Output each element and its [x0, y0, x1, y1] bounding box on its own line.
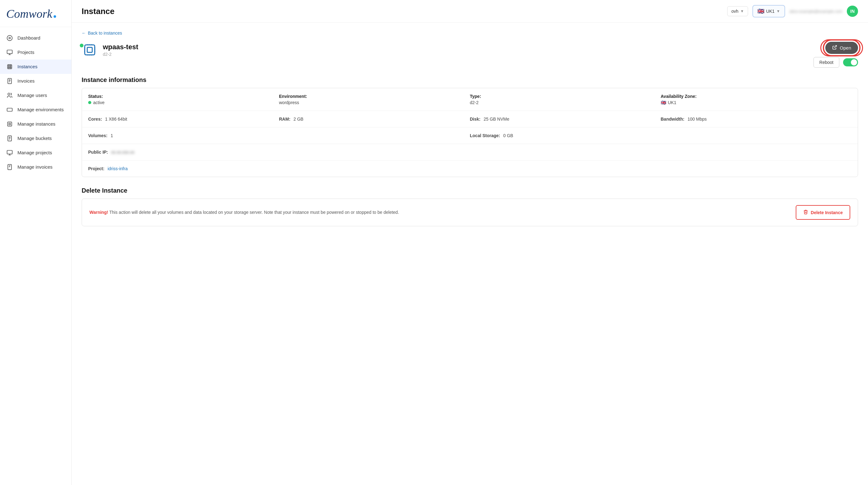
- info-cell-az: Availability Zone: 🇬🇧 UK1: [661, 94, 852, 105]
- instance-info-card: Status: active Environment: wordpress Ty…: [82, 88, 858, 177]
- sidebar-item-dashboard[interactable]: Dashboard: [0, 31, 71, 45]
- logo: Comwork: [0, 0, 71, 27]
- info-cell-type: Type: d2-2: [470, 94, 661, 105]
- svg-rect-13: [85, 45, 95, 55]
- svg-rect-3: [7, 64, 11, 68]
- info-cell-bandwidth: Bandwidth: 100 Mbps: [661, 117, 852, 122]
- manage-instances-icon: [6, 121, 13, 127]
- volumes-value: Volumes: 1: [88, 133, 279, 138]
- sidebar-item-manage-invoices-label: Manage invoices: [18, 164, 53, 170]
- project-value: Project: idriss-infra: [88, 166, 279, 171]
- sidebar-item-manage-projects-label: Manage projects: [18, 150, 52, 155]
- info-row-1: Status: active Environment: wordpress Ty…: [82, 88, 858, 111]
- project-link[interactable]: idriss-infra: [107, 166, 128, 171]
- info-row-5: Project: idriss-infra: [82, 160, 858, 177]
- az-flag-icon: 🇬🇧: [661, 100, 666, 105]
- status-active-dot: [88, 101, 91, 104]
- region-select[interactable]: 🇬🇧 UK1 ▼: [752, 5, 785, 18]
- page-title: Instance: [82, 6, 115, 16]
- cores-value: Cores: 1 X86 64bit: [88, 117, 279, 122]
- info-row-2: Cores: 1 X86 64bit RAM: 2 GB Disk:: [82, 111, 858, 127]
- delete-card: Warning! This action will delete all you…: [82, 199, 858, 226]
- open-button-label: Open: [840, 45, 851, 51]
- svg-point-6: [8, 93, 10, 95]
- svg-point-0: [7, 35, 12, 40]
- info-cell-local-storage: [279, 133, 470, 138]
- svg-rect-8: [7, 122, 11, 126]
- instance-name-block: wpaas-test d2-2: [103, 43, 138, 57]
- instance-chip-icon: [82, 42, 98, 58]
- sidebar-item-manage-invoices[interactable]: Manage invoices: [0, 160, 71, 174]
- open-button[interactable]: Open: [825, 42, 858, 54]
- svg-point-1: [9, 37, 10, 39]
- bandwidth-value: Bandwidth: 100 Mbps: [661, 117, 852, 122]
- sidebar-navigation: Dashboard Projects Instances Invoices Ma: [0, 27, 71, 178]
- reboot-button[interactable]: Reboot: [813, 57, 839, 68]
- svg-line-15: [834, 46, 837, 48]
- local-storage-value: Local Storage: 0 GB: [470, 133, 661, 138]
- sidebar-item-projects[interactable]: Projects: [0, 45, 71, 60]
- type-label: Type:: [470, 94, 661, 99]
- delete-instance-button[interactable]: Delete Instance: [796, 205, 850, 220]
- logo-text: Comwork: [6, 7, 65, 21]
- logo-dot: [54, 15, 56, 18]
- warning-text: Warning! This action will delete all you…: [89, 209, 788, 216]
- region-chevron-icon: ▼: [776, 9, 780, 13]
- manage-invoices-icon: [6, 164, 13, 171]
- manage-users-icon: [6, 92, 13, 99]
- environment-label: Environment:: [279, 94, 470, 99]
- status-label: Status:: [88, 94, 279, 99]
- instances-icon: [6, 63, 13, 70]
- info-cell-placeholder: [661, 133, 852, 138]
- svg-rect-11: [7, 150, 12, 154]
- az-value: 🇬🇧 UK1: [661, 100, 852, 105]
- sidebar-item-manage-projects[interactable]: Manage projects: [0, 146, 71, 160]
- region-label: UK1: [766, 9, 775, 14]
- avatar: IN: [847, 6, 858, 17]
- ram-value: RAM: 2 GB: [279, 117, 470, 122]
- sidebar-item-manage-instances-label: Manage instances: [18, 121, 56, 126]
- action-row: Reboot: [813, 57, 858, 68]
- public-ip-value: Public IP: xx.xx.xxx.xx: [88, 150, 279, 155]
- open-button-wrapper: Open: [825, 42, 858, 54]
- sidebar-item-manage-environments-label: Manage environments: [18, 107, 64, 112]
- header-right: ovh ▼ 🇬🇧 UK1 ▼ alice.example@example.com…: [727, 5, 858, 18]
- sidebar-item-dashboard-label: Dashboard: [18, 35, 40, 40]
- info-cell-volumes: Volumes: 1: [88, 133, 279, 138]
- warning-body: This action will delete all your volumes…: [108, 210, 399, 215]
- provider-label: ovh: [731, 9, 738, 14]
- instance-header: wpaas-test d2-2 Open Reboot: [82, 42, 858, 68]
- info-section-title: Instance informations: [82, 77, 858, 84]
- instance-info-section: Instance informations Status: active Env…: [82, 77, 858, 177]
- dashboard-icon: [6, 35, 13, 41]
- info-row-4: Public IP: xx.xx.xxx.xx: [82, 144, 858, 160]
- back-to-instances-link[interactable]: ← Back to instances: [82, 31, 122, 35]
- info-cell-local-storage-main: Local Storage: 0 GB: [470, 133, 661, 138]
- sidebar-item-manage-users[interactable]: Manage users: [0, 88, 71, 102]
- sidebar-item-instances[interactable]: Instances: [0, 60, 71, 74]
- back-arrow-icon: ←: [82, 31, 86, 35]
- info-cell-environment: Environment: wordpress: [279, 94, 470, 105]
- az-label: Availability Zone:: [661, 94, 852, 99]
- info-cell-ram: RAM: 2 GB: [279, 117, 470, 122]
- info-cell-status: Status: active: [88, 94, 279, 105]
- page-content: ← Back to instances wpaas-test: [72, 23, 868, 485]
- svg-rect-2: [7, 50, 12, 54]
- delete-section: Delete Instance Warning! This action wil…: [82, 187, 858, 226]
- sidebar-item-invoices[interactable]: Invoices: [0, 74, 71, 88]
- back-link-text: Back to instances: [88, 31, 122, 35]
- info-cell-disk: Disk: 25 GB NVMe: [470, 117, 661, 122]
- sidebar-item-projects-label: Projects: [18, 50, 34, 55]
- delete-button-label: Delete Instance: [811, 210, 843, 215]
- power-toggle[interactable]: [843, 58, 858, 66]
- sidebar-item-manage-environments[interactable]: Manage environments: [0, 102, 71, 117]
- info-cell-project: Project: idriss-infra: [88, 166, 279, 171]
- type-value: d2-2: [470, 100, 661, 105]
- invoices-icon: [6, 78, 13, 85]
- sidebar-item-manage-instances[interactable]: Manage instances: [0, 117, 71, 131]
- manage-projects-icon: [6, 149, 13, 156]
- provider-select[interactable]: ovh ▼: [727, 6, 748, 16]
- sidebar-item-manage-buckets[interactable]: Manage buckets: [0, 131, 71, 146]
- page-header: Instance ovh ▼ 🇬🇧 UK1 ▼ alice.example@ex…: [72, 0, 868, 23]
- warning-label: Warning!: [89, 210, 108, 215]
